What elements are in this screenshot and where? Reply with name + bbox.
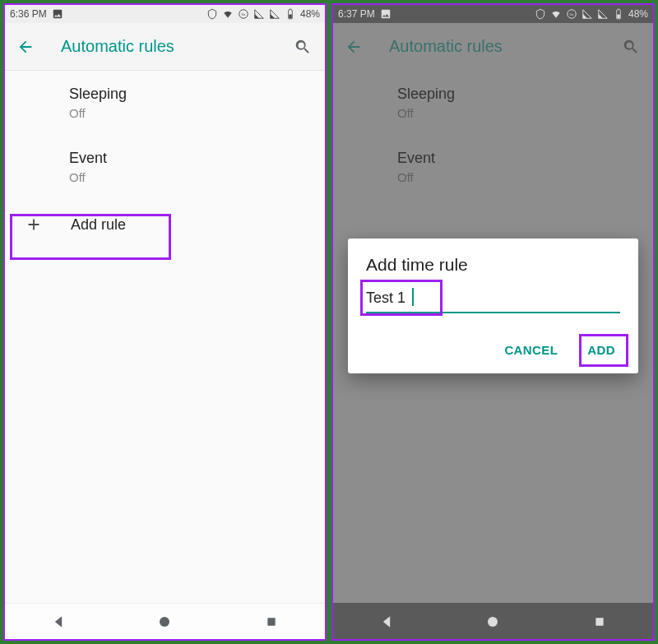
app-bar: Automatic rules [333, 23, 653, 71]
battery-percent: 48% [628, 8, 648, 20]
volte-icon: Vo [238, 8, 249, 20]
svg-rect-2 [289, 15, 292, 19]
phone-screenshot-left: 6:36 PM Vo 48% Automatic rules [3, 3, 327, 641]
phone-screenshot-right: 6:37 PM Vo 48% Automatic rules [331, 3, 655, 641]
rule-title: Sleeping [397, 86, 640, 103]
nav-back[interactable] [376, 611, 397, 632]
search-button[interactable] [292, 36, 313, 58]
dialog-title: Add time rule [366, 255, 620, 275]
svg-text:Vo: Vo [242, 12, 246, 16]
nfc-icon [206, 8, 218, 20]
nav-recents[interactable] [261, 611, 282, 632]
battery-icon [613, 8, 624, 20]
add-rule-label: Add rule [71, 216, 126, 234]
rule-item-sleeping[interactable]: Sleeping Off [333, 71, 653, 135]
text-caret [412, 288, 414, 306]
rule-status: Off [69, 106, 312, 120]
nav-bar [333, 603, 653, 639]
nav-recents[interactable] [589, 611, 610, 632]
cancel-button[interactable]: CANCEL [499, 336, 563, 364]
nav-home[interactable] [154, 611, 175, 632]
back-button[interactable] [16, 36, 38, 58]
rule-name-input[interactable] [366, 286, 620, 313]
signal-2-icon [597, 8, 609, 20]
svg-rect-9 [595, 618, 603, 625]
status-time: 6:36 PM [10, 8, 47, 20]
battery-percent: 48% [300, 8, 320, 20]
nfc-icon [535, 8, 546, 20]
rule-status: Off [69, 170, 312, 184]
wifi-icon [222, 8, 234, 20]
add-rule-row[interactable]: Add rule [5, 199, 325, 250]
rules-list: Sleeping Off Event Off Add rule [5, 71, 325, 603]
rule-title: Event [69, 150, 312, 167]
volte-icon: Vo [566, 8, 577, 20]
rule-title: Sleeping [69, 86, 312, 103]
svg-rect-7 [617, 15, 620, 19]
dual-screenshot-container: 6:36 PM Vo 48% Automatic rules [0, 0, 658, 644]
svg-text:Vo: Vo [570, 12, 574, 16]
add-button[interactable]: ADD [582, 336, 620, 364]
back-button[interactable] [345, 36, 366, 58]
status-time: 6:37 PM [338, 8, 375, 20]
rule-title: Event [397, 150, 640, 167]
search-button[interactable] [620, 36, 642, 58]
signal-1-icon [253, 8, 265, 20]
arrow-left-icon [16, 38, 35, 56]
search-icon [622, 38, 640, 56]
rule-status: Off [397, 170, 640, 184]
status-bar: 6:37 PM Vo 48% [333, 5, 653, 23]
app-bar: Automatic rules [5, 23, 325, 71]
wifi-icon [550, 8, 562, 20]
nav-home[interactable] [482, 611, 503, 632]
nav-bar [5, 603, 325, 639]
rule-item-sleeping[interactable]: Sleeping Off [5, 71, 325, 135]
rule-status: Off [397, 106, 640, 120]
plus-icon [21, 212, 46, 237]
signal-2-icon [269, 8, 280, 20]
rule-item-event[interactable]: Event Off [5, 135, 325, 199]
screenshot-icon [380, 8, 392, 20]
add-time-rule-dialog: Add time rule CANCEL ADD [348, 239, 638, 373]
svg-rect-4 [267, 618, 275, 625]
search-icon [294, 38, 312, 56]
svg-point-8 [488, 617, 498, 627]
rule-item-event[interactable]: Event Off [333, 135, 653, 199]
page-title: Automatic rules [389, 37, 620, 56]
signal-1-icon [582, 8, 593, 20]
svg-point-3 [160, 617, 169, 627]
status-bar: 6:36 PM Vo 48% [5, 5, 325, 23]
arrow-left-icon [345, 38, 363, 56]
battery-icon [285, 8, 296, 20]
page-title: Automatic rules [61, 37, 292, 56]
screenshot-icon [52, 8, 63, 20]
nav-back[interactable] [48, 611, 69, 632]
